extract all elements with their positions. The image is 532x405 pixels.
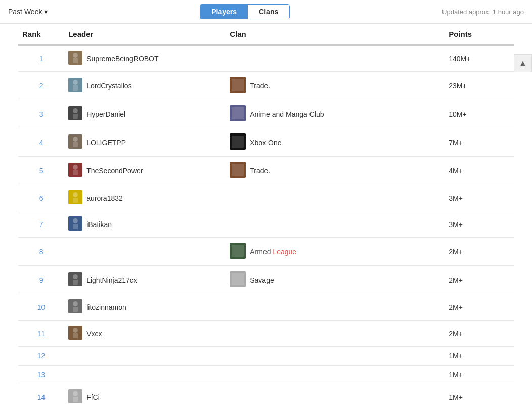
svg-rect-33 bbox=[73, 280, 78, 285]
leader-cell: iBatikan bbox=[64, 211, 226, 238]
rank-cell: 7 bbox=[18, 211, 64, 238]
clan-icon bbox=[230, 77, 246, 95]
table-row: 9 LightNinja217cx Savage2M+ bbox=[18, 266, 514, 294]
rank-cell: 12 bbox=[18, 347, 64, 366]
clan-cell bbox=[226, 321, 445, 347]
leader-cell: litozinnamon bbox=[64, 294, 226, 321]
rank-cell: 13 bbox=[18, 366, 64, 384]
points-cell: 3M+ bbox=[445, 185, 514, 211]
points-cell: 3M+ bbox=[445, 211, 514, 238]
avatar bbox=[68, 389, 82, 405]
leader-name: iBatikan bbox=[86, 220, 112, 229]
clan-icon bbox=[230, 133, 246, 151]
avatar bbox=[68, 216, 82, 232]
svg-point-4 bbox=[73, 80, 78, 85]
leader-cell bbox=[64, 347, 226, 366]
clan-cell: Trade. bbox=[226, 157, 445, 185]
rank-cell: 3 bbox=[18, 100, 64, 128]
clan-name: Anime and Manga Club bbox=[250, 110, 324, 118]
svg-rect-38 bbox=[73, 307, 78, 312]
leaderboard-container: Rank Leader Clan Points 1 SupremeBeingRO… bbox=[0, 24, 532, 405]
svg-rect-7 bbox=[232, 79, 244, 91]
leaderboard-table: Rank Leader Clan Points 1 SupremeBeingRO… bbox=[18, 24, 514, 405]
points-cell: 1M+ bbox=[445, 384, 514, 406]
svg-rect-41 bbox=[73, 333, 78, 338]
leader-name: HyperDaniel bbox=[86, 110, 125, 118]
svg-rect-44 bbox=[73, 397, 78, 402]
avatar bbox=[68, 106, 82, 122]
clan-icon bbox=[230, 271, 246, 289]
leader-name: aurora1832 bbox=[86, 194, 123, 202]
rank-cell: 11 bbox=[18, 321, 64, 347]
table-row: 7 iBatikan3M+ bbox=[18, 211, 514, 238]
scroll-up-button[interactable]: ▲ bbox=[514, 54, 532, 72]
col-points: Points bbox=[445, 24, 514, 45]
clan-cell bbox=[226, 45, 445, 72]
points-cell: 23M+ bbox=[445, 72, 514, 100]
svg-rect-28 bbox=[73, 224, 78, 229]
table-row: 6 aurora18323M+ bbox=[18, 185, 514, 211]
filter-label: Past Week bbox=[8, 8, 42, 16]
clan-icon bbox=[230, 105, 246, 123]
table-row: 131M+ bbox=[18, 366, 514, 384]
chevron-down-icon: ▾ bbox=[44, 8, 48, 16]
svg-point-27 bbox=[73, 218, 78, 223]
rank-cell: 14 bbox=[18, 384, 64, 406]
clan-icon bbox=[230, 162, 246, 179]
table-row: 121M+ bbox=[18, 347, 514, 366]
clan-cell bbox=[226, 366, 445, 384]
svg-rect-35 bbox=[232, 273, 244, 285]
avatar bbox=[68, 272, 82, 288]
leader-name: SupremeBeingROBOT bbox=[86, 55, 158, 63]
points-cell: 2M+ bbox=[445, 238, 514, 266]
rank-cell: 5 bbox=[18, 157, 64, 185]
svg-point-40 bbox=[73, 328, 78, 333]
leader-name: LOLIGETPP bbox=[86, 139, 126, 147]
points-cell: 4M+ bbox=[445, 157, 514, 185]
svg-point-19 bbox=[73, 165, 78, 170]
clan-cell: Savage bbox=[226, 266, 445, 294]
rank-cell: 2 bbox=[18, 72, 64, 100]
points-cell: 2M+ bbox=[445, 321, 514, 347]
avatar bbox=[68, 163, 82, 178]
leader-name: TheSecondPower bbox=[86, 167, 143, 175]
leader-cell: TheSecondPower bbox=[64, 157, 226, 185]
svg-rect-2 bbox=[73, 58, 78, 63]
leader-cell: Vxcx bbox=[64, 321, 226, 347]
svg-point-24 bbox=[73, 192, 78, 197]
leader-cell: LightNinja217cx bbox=[64, 266, 226, 294]
avatar bbox=[68, 326, 82, 341]
clan-cell: Anime and Manga Club bbox=[226, 100, 445, 128]
clan-name: Xbox One bbox=[250, 139, 281, 147]
svg-rect-22 bbox=[232, 164, 244, 176]
svg-rect-30 bbox=[232, 245, 244, 257]
clan-name: Trade. bbox=[250, 82, 270, 90]
clan-cell: Armed League bbox=[226, 238, 445, 266]
clan-cell bbox=[226, 294, 445, 321]
svg-point-14 bbox=[73, 137, 78, 142]
tab-players[interactable]: Players bbox=[200, 5, 248, 19]
clan-cell bbox=[226, 347, 445, 366]
leader-cell bbox=[64, 238, 226, 266]
table-row: 14 FfCi1M+ bbox=[18, 384, 514, 406]
table-row: 5 TheSecondPower Trade.4M+ bbox=[18, 157, 514, 185]
filter-dropdown[interactable]: Past Week ▾ bbox=[8, 8, 48, 16]
points-cell: 2M+ bbox=[445, 266, 514, 294]
points-cell: 2M+ bbox=[445, 294, 514, 321]
updated-text: Updated approx. 1 hour ago bbox=[442, 8, 524, 16]
leader-cell: SupremeBeingROBOT bbox=[64, 45, 226, 72]
clan-icon bbox=[230, 243, 246, 260]
svg-rect-25 bbox=[73, 198, 78, 203]
avatar bbox=[68, 299, 82, 315]
clan-name: Armed League bbox=[250, 248, 296, 256]
avatar bbox=[68, 78, 82, 94]
table-row: 1 SupremeBeingROBOT140M+ bbox=[18, 45, 514, 72]
rank-cell: 10 bbox=[18, 294, 64, 321]
svg-rect-12 bbox=[232, 107, 244, 119]
svg-rect-15 bbox=[73, 142, 78, 147]
tab-clans[interactable]: Clans bbox=[248, 5, 289, 19]
rank-cell: 9 bbox=[18, 266, 64, 294]
tab-group: Players Clans bbox=[200, 4, 290, 19]
clan-cell bbox=[226, 384, 445, 406]
leader-name: LordCrystallos bbox=[86, 82, 131, 90]
